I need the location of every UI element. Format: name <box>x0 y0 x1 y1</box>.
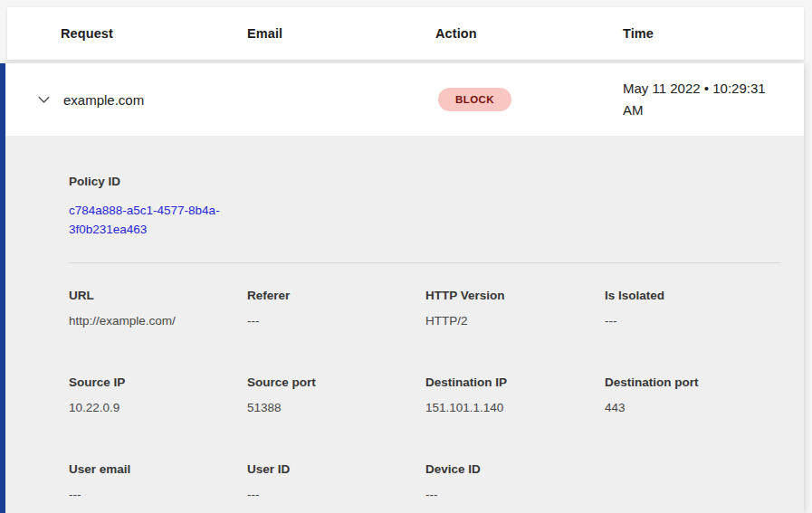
field-device-id: Device ID --- <box>425 462 605 502</box>
field-label: Referer <box>247 289 425 303</box>
column-header-email: Email <box>247 26 435 41</box>
field-label: Destination IP <box>425 375 605 390</box>
field-value: HTTP/2 <box>425 314 605 328</box>
expanded-log-card: example.com BLOCK May 11 2022 • 10:29:31… <box>0 63 804 513</box>
request-value: example.com <box>63 92 247 108</box>
detail-section-request: URL http://example.com/ Referer --- HTTP… <box>69 289 804 328</box>
block-status-badge: BLOCK <box>438 88 511 111</box>
field-value: --- <box>425 488 605 502</box>
field-value: 443 <box>605 401 804 415</box>
field-label: Is Isolated <box>605 289 804 303</box>
detail-section-user: User email --- User ID --- Device ID --- <box>69 462 804 502</box>
field-destination-port: Destination port 443 <box>605 375 804 415</box>
field-value: --- <box>69 488 247 502</box>
column-header-action: Action <box>435 26 623 41</box>
column-header-request: Request <box>61 26 247 41</box>
field-value: --- <box>247 314 425 328</box>
field-value: 51388 <box>247 401 425 415</box>
field-label: Device ID <box>425 462 605 477</box>
field-label: Source IP <box>69 375 247 390</box>
time-value: May 11 2022 • 10:29:31 AM <box>623 78 804 121</box>
field-label: User ID <box>247 462 425 477</box>
policy-id-section: Policy ID c784a888-a5c1-4577-8b4a-3f0b23… <box>69 175 804 239</box>
detail-section-network: Source IP 10.22.0.9 Source port 51388 De… <box>69 375 804 415</box>
field-url: URL http://example.com/ <box>69 289 247 328</box>
log-table-row[interactable]: example.com BLOCK May 11 2022 • 10:29:31… <box>5 63 804 136</box>
field-referer: Referer --- <box>247 289 425 328</box>
field-label: Source port <box>247 375 425 390</box>
policy-id-link[interactable]: c784a888-a5c1-4577-8b4a-3f0b231ea463 <box>69 201 250 239</box>
field-source-port: Source port 51388 <box>247 375 425 415</box>
field-value: http://example.com/ <box>69 314 247 328</box>
field-is-isolated: Is Isolated --- <box>605 289 804 328</box>
log-details-panel: Policy ID c784a888-a5c1-4577-8b4a-3f0b23… <box>5 136 804 513</box>
field-value: 10.22.0.9 <box>69 401 247 415</box>
chevron-down-icon <box>36 92 52 108</box>
field-label: Destination port <box>605 375 804 390</box>
gateway-http-logs-page: Request Email Action Time example.com BL… <box>0 7 812 513</box>
field-label: HTTP Version <box>425 289 605 303</box>
row-expand-toggle[interactable] <box>5 92 63 108</box>
field-value: --- <box>247 488 425 502</box>
section-divider <box>69 262 781 263</box>
column-header-time: Time <box>623 26 804 41</box>
field-destination-ip: Destination IP 151.101.1.140 <box>425 375 605 415</box>
field-value: 151.101.1.140 <box>425 401 605 415</box>
field-http-version: HTTP Version HTTP/2 <box>425 289 605 328</box>
table-header: Request Email Action Time <box>7 7 804 60</box>
policy-id-label: Policy ID <box>69 175 804 189</box>
field-user-id: User ID --- <box>247 462 425 502</box>
action-cell: BLOCK <box>435 88 623 111</box>
field-label: User email <box>69 462 247 477</box>
field-user-email: User email --- <box>69 462 247 502</box>
field-value: --- <box>605 314 804 328</box>
field-source-ip: Source IP 10.22.0.9 <box>69 375 247 415</box>
field-label: URL <box>69 289 247 303</box>
